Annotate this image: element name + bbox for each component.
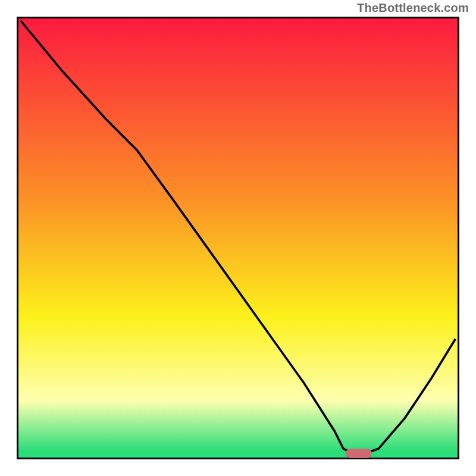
- bottleneck-curve: [18, 18, 458, 458]
- attribution-text: TheBottleneck.com: [357, 1, 469, 15]
- chart-frame: [17, 17, 459, 459]
- optimum-marker: [346, 449, 372, 458]
- curve-path: [21, 21, 456, 453]
- plot-area: [18, 18, 458, 458]
